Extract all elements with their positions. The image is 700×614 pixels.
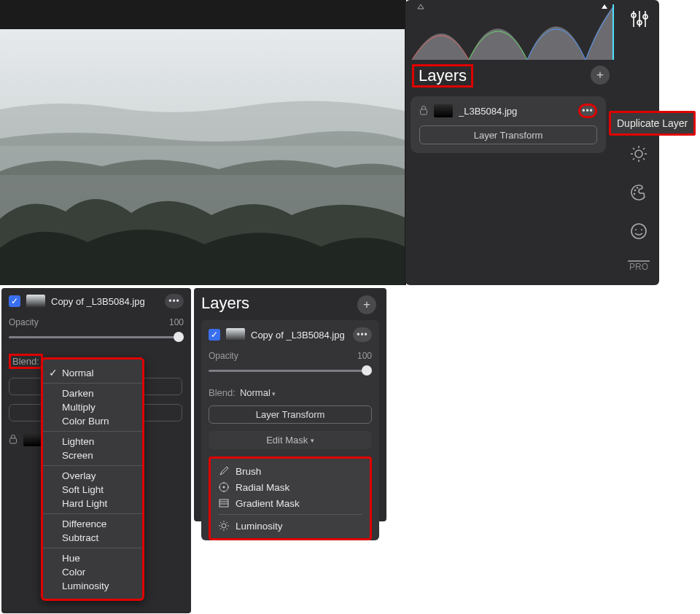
svg-rect-24 bbox=[10, 438, 17, 443]
svg-point-34 bbox=[222, 524, 226, 528]
palette-icon bbox=[629, 183, 648, 202]
svg-point-9 bbox=[635, 150, 642, 158]
blend-option-normal[interactable]: ✓Normal bbox=[43, 365, 142, 380]
layers-title: Layers bbox=[412, 64, 473, 88]
svg-line-42 bbox=[227, 522, 228, 524]
edit-tool-rail: PRO bbox=[618, 144, 659, 272]
blend-option-overlay[interactable]: Overlay bbox=[43, 469, 142, 483]
svg-point-21 bbox=[631, 224, 646, 238]
svg-line-16 bbox=[633, 158, 634, 160]
svg-point-22 bbox=[635, 229, 637, 230]
mask-gradient-mask[interactable]: Gradient Mask bbox=[218, 495, 362, 511]
blend-mode-dropdown[interactable]: Normal bbox=[240, 387, 276, 398]
opacity-slider[interactable] bbox=[9, 330, 184, 343]
svg-point-23 bbox=[641, 229, 642, 230]
svg-point-19 bbox=[637, 187, 639, 189]
pro-badge: PRO bbox=[628, 260, 650, 272]
blend-mode-menu[interactable]: ✓NormalDarkenMultiplyColor BurnLightenSc… bbox=[41, 357, 144, 601]
layer-card[interactable]: _L3B5084.jpg ••• Layer Transform bbox=[411, 96, 606, 153]
blend-option-soft-light[interactable]: Soft Light bbox=[43, 483, 142, 497]
blend-option-hue[interactable]: Hue bbox=[43, 551, 142, 565]
blend-option-multiply[interactable]: Multiply bbox=[43, 400, 142, 414]
layer-card[interactable]: ✓ Copy of _L3B5084.jpg ••• Opacity 100 B… bbox=[201, 320, 379, 540]
duplicate-layer-tooltip: Duplicate Layer bbox=[609, 111, 696, 136]
mask-brush[interactable]: Brush bbox=[218, 463, 362, 479]
blend-label: Blend: bbox=[209, 387, 236, 398]
svg-line-14 bbox=[633, 148, 634, 149]
svg-rect-8 bbox=[421, 109, 427, 114]
layer-thumb bbox=[23, 433, 42, 446]
sliders-icon bbox=[628, 8, 650, 30]
layer-thumb bbox=[26, 295, 45, 308]
opacity-value: 100 bbox=[169, 317, 184, 327]
svg-point-26 bbox=[223, 486, 225, 489]
tool-rail bbox=[618, 0, 659, 35]
layers-panel-expanded: Layers + ✓ Copy of _L3B5084.jpg ••• Opac… bbox=[194, 288, 386, 521]
svg-line-39 bbox=[220, 522, 222, 524]
blend-option-subtract[interactable]: Subtract bbox=[43, 531, 142, 545]
lock-icon bbox=[419, 105, 428, 117]
image-preview bbox=[0, 0, 406, 285]
blend-option-difference[interactable]: Difference bbox=[43, 517, 142, 531]
blend-option-color-burn[interactable]: Color Burn bbox=[43, 414, 142, 428]
adjustments-tool-button[interactable] bbox=[623, 3, 655, 35]
blend-option-hard-light[interactable]: Hard Light bbox=[43, 497, 142, 510]
layer-options-button[interactable]: ••• bbox=[578, 104, 597, 118]
svg-point-18 bbox=[634, 190, 637, 192]
layers-header: Layers + bbox=[411, 64, 611, 88]
color-tool-button[interactable] bbox=[629, 183, 648, 204]
blend-label: Blend: bbox=[9, 354, 43, 369]
svg-point-20 bbox=[634, 193, 636, 195]
mask-radial-mask[interactable]: Radial Mask bbox=[218, 479, 362, 495]
layer-thumb bbox=[226, 328, 245, 341]
opacity-label: Opacity bbox=[9, 317, 39, 327]
lock-icon bbox=[9, 434, 18, 446]
add-layer-button[interactable]: + bbox=[357, 295, 376, 314]
layer-name: Copy of _L3B5084.jpg bbox=[51, 296, 159, 307]
layer-thumb bbox=[434, 104, 453, 117]
layer-visible-checkbox[interactable]: ✓ bbox=[209, 329, 220, 341]
face-icon bbox=[629, 222, 648, 241]
histogram bbox=[411, 3, 615, 61]
svg-rect-31 bbox=[219, 500, 228, 507]
opacity-value: 100 bbox=[357, 351, 372, 361]
blend-option-luminosity[interactable]: Luminosity bbox=[43, 579, 142, 593]
mask-luminosity[interactable]: Luminosity bbox=[218, 518, 362, 534]
exposure-tool-button[interactable] bbox=[629, 144, 648, 166]
blend-option-lighten[interactable]: Lighten bbox=[43, 435, 142, 448]
mask-tool-list: BrushRadial MaskGradient MaskLuminosity bbox=[209, 456, 372, 540]
portrait-tool-button[interactable] bbox=[629, 222, 648, 243]
layer-transform-button[interactable]: Layer Transform bbox=[209, 405, 372, 424]
layer-name: Copy of _L3B5084.jpg bbox=[251, 330, 347, 341]
svg-line-15 bbox=[643, 158, 645, 160]
layers-title: Layers bbox=[201, 294, 379, 313]
svg-line-40 bbox=[227, 529, 228, 530]
layer-transform-button[interactable]: Layer Transform bbox=[419, 125, 597, 144]
layer-name: _L3B5084.jpg bbox=[459, 106, 572, 117]
svg-line-41 bbox=[220, 529, 222, 530]
edit-mask-button[interactable]: Edit Mask ▾ bbox=[209, 431, 372, 449]
clip-warn-right-icon bbox=[602, 4, 607, 9]
layer-visible-checkbox[interactable]: ✓ bbox=[9, 295, 20, 307]
opacity-label: Opacity bbox=[209, 351, 238, 361]
opacity-slider[interactable] bbox=[209, 364, 372, 377]
blend-option-color[interactable]: Color bbox=[43, 565, 142, 579]
brightness-icon bbox=[629, 144, 648, 163]
blend-option-darken[interactable]: Darken bbox=[43, 386, 142, 400]
add-layer-button[interactable]: + bbox=[591, 66, 610, 85]
svg-line-17 bbox=[643, 148, 645, 149]
landscape-svg bbox=[0, 29, 405, 285]
blend-option-screen[interactable]: Screen bbox=[43, 448, 142, 462]
layer-options-button[interactable]: ••• bbox=[165, 294, 184, 308]
layer-options-button[interactable]: ••• bbox=[353, 327, 372, 342]
clip-warn-left-icon bbox=[418, 4, 424, 9]
